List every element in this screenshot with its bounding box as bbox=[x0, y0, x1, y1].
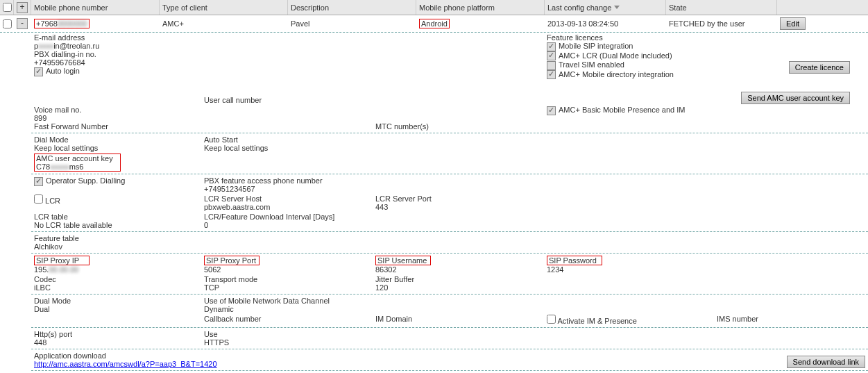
add-button[interactable]: + bbox=[17, 2, 28, 13]
http-port-label: Http(s) port bbox=[34, 330, 198, 338]
col-last-config[interactable]: Last config change bbox=[545, 0, 666, 15]
sip-password-label: SIP Password bbox=[547, 256, 602, 265]
pbx-feature-value: +74951234567 bbox=[204, 185, 370, 193]
feature-table-value: Alchikov bbox=[34, 242, 198, 251]
user-call-label: User call number bbox=[204, 96, 262, 104]
sip-proxy-port-value: 5062 bbox=[204, 265, 370, 274]
lcr-checkbox[interactable] bbox=[34, 194, 43, 204]
use-value: HTTPS bbox=[204, 338, 370, 347]
table-header: + Mobile phone number Type of client Des… bbox=[0, 0, 868, 15]
add-row-cell: + bbox=[14, 0, 31, 15]
phone-number: +79680000000 bbox=[34, 19, 90, 28]
app-download-link[interactable]: http://amc.aastra.com/amcswdl/a?P=aap3_B… bbox=[34, 360, 217, 368]
sip-username-label: SIP Username bbox=[375, 256, 431, 265]
op-supp-checkbox[interactable] bbox=[34, 177, 43, 186]
ffn-label: Fast Forward Number bbox=[34, 122, 198, 131]
lic-dir-label: AMC+ Mobile directory integration bbox=[559, 70, 674, 78]
mtc-label: MTC number(s) bbox=[375, 122, 429, 131]
sip-proxy-port-label: SIP Proxy Port bbox=[204, 256, 259, 265]
lcr-port-label: LCR Server Port bbox=[375, 194, 541, 203]
codec-label: Codec bbox=[34, 275, 198, 283]
sip-proxy-ip-label: SIP Proxy IP bbox=[34, 256, 90, 265]
jitter-label: Jitter Buffer bbox=[375, 275, 541, 283]
data-channel-value: Dynamic bbox=[204, 305, 370, 313]
lic-travel-checkbox[interactable] bbox=[547, 61, 556, 70]
lic-lcr-label: AMC+ LCR (Dual Mode included) bbox=[559, 51, 672, 60]
op-supp-label: Operator Supp. Dialling bbox=[46, 176, 125, 185]
col-client[interactable]: Type of client bbox=[160, 0, 288, 15]
transport-value: TCP bbox=[204, 283, 370, 292]
client-type: AMC+ bbox=[160, 17, 288, 31]
email-value: pxxxxin@treolan.ru bbox=[34, 42, 198, 50]
sip-password-value: 1234 bbox=[547, 265, 711, 274]
sip-proxy-ip-value: 195.00.00.00 bbox=[34, 265, 198, 274]
callback-label: Callback number bbox=[204, 315, 370, 323]
data-channel-label: Use of Mobile Network Data Channel bbox=[204, 297, 370, 305]
activate-im-label: Activate IM & Presence bbox=[557, 317, 636, 325]
send-account-key-button[interactable]: Send AMC user account key bbox=[741, 92, 850, 104]
autologin-checkbox[interactable] bbox=[34, 67, 43, 76]
voicemail-label: Voice mail no. bbox=[34, 106, 198, 114]
lcr-label: LCR bbox=[45, 197, 60, 205]
row-checkbox[interactable] bbox=[3, 19, 12, 28]
lcr-host-value: pbxweb.aastra.com bbox=[204, 203, 370, 211]
feature-licences-label: Feature licences bbox=[547, 33, 711, 42]
select-all-checkbox[interactable] bbox=[3, 3, 12, 12]
send-download-link-button[interactable]: Send download link bbox=[787, 356, 865, 368]
autostart-value: Keep local settings bbox=[204, 144, 370, 152]
feature-table-label: Feature table bbox=[34, 234, 198, 242]
select-all-cell bbox=[0, 0, 14, 15]
create-licence-button[interactable]: Create licence bbox=[789, 61, 850, 74]
lic-presence-label: AMC+ Basic Mobile Presence and IM bbox=[559, 106, 686, 114]
description: Pavel bbox=[288, 17, 416, 31]
activate-im-checkbox[interactable] bbox=[547, 315, 556, 324]
sip-username-value: 86302 bbox=[375, 265, 541, 274]
lic-travel-label: Travel SIM enabled bbox=[559, 60, 624, 69]
sort-desc-icon bbox=[614, 6, 620, 9]
account-key-value: C78xxxxxms6 bbox=[36, 163, 119, 171]
pbx-dial-label: PBX dialling-in no. bbox=[34, 50, 198, 58]
transport-label: Transport mode bbox=[204, 275, 370, 283]
account-key-label: AMC user account key bbox=[36, 154, 119, 163]
lcr-interval-value: 0 bbox=[204, 221, 370, 229]
col-phone[interactable]: Mobile phone number bbox=[31, 0, 160, 15]
detail-panel: E-mail address pxxxxin@treolan.ru PBX di… bbox=[0, 33, 868, 371]
lic-lcr-checkbox[interactable] bbox=[547, 51, 556, 60]
lic-sip-checkbox[interactable] bbox=[547, 42, 556, 51]
http-port-value: 448 bbox=[34, 338, 198, 347]
app-download-label: Application download bbox=[34, 351, 726, 360]
lcr-table-label: LCR table bbox=[34, 213, 198, 221]
lcr-table-value: No LCR table available bbox=[34, 221, 198, 229]
lcr-port-value: 443 bbox=[375, 203, 541, 211]
lic-presence-checkbox[interactable] bbox=[547, 106, 556, 115]
col-platform[interactable]: Mobile phone platform bbox=[416, 0, 545, 15]
autostart-label: Auto Start bbox=[204, 135, 370, 144]
autologin-label: Auto login bbox=[34, 67, 198, 76]
state: FETCHED by the user bbox=[666, 17, 777, 31]
pbx-feature-label: PBX feature access phone number bbox=[204, 176, 370, 185]
lic-dir-checkbox[interactable] bbox=[547, 70, 556, 79]
col-state[interactable]: State bbox=[666, 0, 777, 15]
dual-mode-label: Dual Mode bbox=[34, 297, 198, 305]
col-description[interactable]: Description bbox=[288, 0, 416, 15]
lcr-interval-label: LCR/Feature Download Interval [Days] bbox=[204, 213, 370, 221]
last-config-change: 2013-09-13 08:24:50 bbox=[545, 17, 666, 31]
lcr-host-label: LCR Server Host bbox=[204, 194, 370, 203]
table-row: - +79680000000 AMC+ Pavel Android 2013-0… bbox=[0, 15, 868, 33]
pbx-dial-value: +74959676684 bbox=[34, 58, 198, 67]
email-label: E-mail address bbox=[34, 33, 198, 42]
dual-mode-value: Dual bbox=[34, 305, 198, 313]
voicemail-value: 899 bbox=[34, 114, 198, 122]
use-label: Use bbox=[204, 330, 370, 338]
collapse-button[interactable]: - bbox=[17, 18, 28, 29]
lic-sip-label: Mobile SIP integration bbox=[559, 42, 633, 50]
edit-button[interactable]: Edit bbox=[780, 17, 806, 30]
im-domain-label: IM Domain bbox=[375, 315, 541, 323]
jitter-value: 120 bbox=[375, 283, 541, 292]
platform: Android bbox=[419, 19, 450, 28]
ims-number-label: IMS number bbox=[717, 315, 850, 323]
dial-mode-value: Keep local settings bbox=[34, 144, 198, 152]
dial-mode-label: Dial Mode bbox=[34, 135, 198, 144]
codec-value: iLBC bbox=[34, 283, 198, 292]
